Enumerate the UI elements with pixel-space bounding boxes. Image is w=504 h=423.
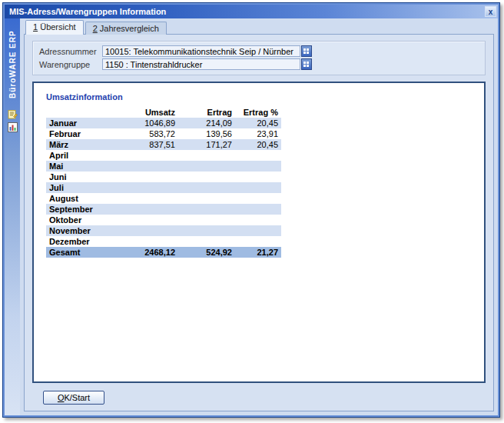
umsatz-table: Umsatz Ertrag Ertrag % Januar1046,89214,… [46, 107, 281, 258]
chart-icon[interactable] [8, 122, 18, 132]
ok-start-button[interactable]: OK/Start [43, 391, 104, 405]
window-title: MIS-Adress/Warengruppen Information [9, 7, 485, 16]
adressnummer-row: Adressnummer 10015: Telekommunikationste… [39, 45, 479, 58]
col-month [46, 107, 117, 118]
table-row: November [46, 225, 281, 236]
total-label: Gesamt [46, 247, 117, 258]
tab-label: Übersicht [38, 22, 76, 32]
table-row: Oktober [46, 215, 281, 225]
table-row: Februar583,72139,5623,91 [46, 128, 281, 139]
ok-label: K/Start [64, 393, 90, 402]
main-area: 1 Übersicht 2 Jahresvergleich Adressnumm… [20, 18, 498, 415]
adressnummer-value: 10015: Telekommunikationstechnik Seip / … [105, 47, 293, 56]
note-icon[interactable] [8, 109, 18, 119]
table-row: Mai [46, 161, 281, 172]
table-row: Januar1046,89214,0920,45 [46, 118, 281, 128]
warengruppe-lookup-icon[interactable] [301, 58, 312, 70]
tab-label: Jahresvergleich [98, 24, 159, 33]
app-window: MIS-Adress/Warengruppen Information x Bü… [2, 2, 500, 418]
brand-sidebar: BüroWARE ERP [5, 18, 20, 415]
table-row: April [46, 150, 281, 161]
total-row: Gesamt 2468,12 524,92 21,27 [46, 247, 281, 258]
brand-text: BüroWARE ERP [8, 22, 17, 98]
warengruppe-field[interactable]: 1150 : Tintenstrahldrucker [102, 58, 300, 70]
uebersicht-panel: Adressnummer 10015: Telekommunikationste… [24, 34, 494, 411]
table-row: Dezember [46, 236, 281, 247]
tab-uebersicht[interactable]: 1 Übersicht [25, 20, 84, 35]
warengruppe-label: Warengruppe [39, 60, 102, 69]
col-ertrag-pct: Ertrag % [235, 107, 281, 118]
total-ertrag: 524,92 [178, 247, 235, 258]
table-row: März837,51171,2720,45 [46, 139, 281, 150]
umsatz-panel: Umsatzinformation Umsatz Ertrag Ertrag % [32, 82, 486, 383]
table-body: Januar1046,89214,0920,45Februar583,72139… [46, 118, 281, 247]
adressnummer-field[interactable]: 10015: Telekommunikationstechnik Seip / … [102, 45, 300, 57]
table-row: Juni [46, 172, 281, 182]
tab-jahresvergleich[interactable]: 2 Jahresvergleich [85, 22, 167, 35]
tab-strip: 1 Übersicht 2 Jahresvergleich [24, 20, 494, 35]
col-ertrag: Ertrag [178, 107, 235, 118]
adressnummer-lookup-icon[interactable] [301, 45, 312, 57]
table-row: September [46, 204, 281, 215]
selection-groupbox: Adressnummer 10015: Telekommunikationste… [32, 41, 486, 75]
col-umsatz: Umsatz [117, 107, 178, 118]
table-header-row: Umsatz Ertrag Ertrag % [46, 107, 281, 118]
sidebar-icons [8, 109, 18, 132]
warengruppe-row: Warengruppe 1150 : Tintenstrahldrucker [39, 58, 479, 71]
warengruppe-value: 1150 : Tintenstrahldrucker [105, 60, 202, 69]
window-body: BüroWARE ERP [5, 18, 498, 415]
titlebar: MIS-Adress/Warengruppen Information x [5, 5, 498, 18]
table-row: Juli [46, 182, 281, 193]
adressnummer-label: Adressnummer [39, 47, 102, 56]
table-footer: Gesamt 2468,12 524,92 21,27 [46, 247, 281, 258]
panel-title: Umsatzinformation [46, 92, 472, 102]
table-row: August [46, 193, 281, 204]
total-umsatz: 2468,12 [117, 247, 178, 258]
panel-footer: OK/Start [32, 383, 486, 406]
close-icon[interactable]: x [485, 6, 496, 17]
total-ertrag-pct: 21,27 [235, 247, 281, 258]
